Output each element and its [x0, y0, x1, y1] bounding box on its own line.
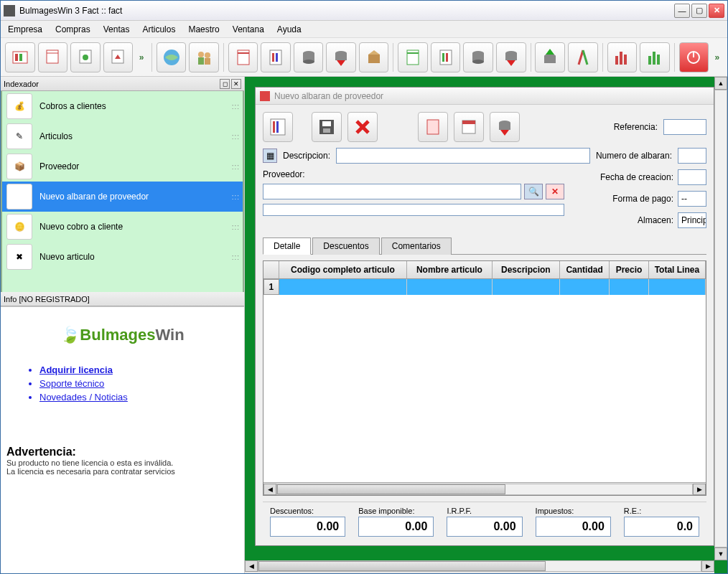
menu-empresa[interactable]: Empresa — [8, 24, 42, 34]
grid-header-total[interactable]: Total Linea — [649, 261, 706, 279]
save-button[interactable] — [312, 112, 342, 142]
dock-close-button[interactable]: ✕ — [231, 79, 241, 89]
menu-articulos[interactable]: Articulos — [142, 24, 175, 34]
grid-header-nombre[interactable]: Nombre articulo — [407, 261, 493, 279]
grid-rownum-1[interactable]: 1 — [263, 279, 279, 295]
indexer-item-nuevo-articulo[interactable]: ✖Nuevo articulo::: — [2, 242, 243, 272]
toolbar-overflow-1[interactable]: » — [136, 52, 147, 62]
svg-point-34 — [472, 60, 484, 64]
hscroll-thumb[interactable] — [258, 561, 546, 571]
lines-grid[interactable]: Codigo completo articulo Nombre articulo… — [263, 260, 706, 496]
mdi-area-hscroll[interactable]: ◀ ▶ — [245, 560, 714, 573]
totals-row: Descuentos:0.00 Base imponible:0.00 I.R.… — [263, 502, 706, 541]
tab-descuentos[interactable]: Descuentos — [312, 237, 379, 255]
indexer-list: 💰Cobros a clientes::: ✎Articulos::: 📦Pro… — [1, 91, 244, 292]
dock-float-button[interactable]: ◻ — [220, 79, 230, 89]
indexer-item-articulos[interactable]: ✎Articulos::: — [2, 121, 243, 151]
tab-comentarios[interactable]: Comentarios — [381, 237, 452, 255]
link-licencia[interactable]: Adquirir licencia — [39, 364, 238, 375]
total-label-descuentos: Descuentos: — [270, 507, 345, 515]
grid-header-precio[interactable]: Precio — [610, 261, 649, 279]
mdi-toolbar-cal-button[interactable] — [454, 112, 484, 142]
grid-header-rownum[interactable] — [263, 261, 279, 279]
toolbar-db-icon[interactable] — [294, 42, 324, 72]
delete-button[interactable] — [347, 112, 378, 142]
scroll-right-button[interactable]: ▶ — [693, 484, 706, 495]
label-numero-albaran: Numero de albaran: — [596, 151, 672, 161]
vscroll-up-button[interactable]: ▲ — [714, 77, 727, 90]
toolbar-box-icon[interactable] — [359, 42, 389, 72]
toolbar-db-down2-icon[interactable] — [496, 42, 526, 72]
maximize-button[interactable]: ▢ — [691, 4, 707, 18]
toolbar-overflow-2[interactable]: » — [711, 52, 723, 62]
indexer-item-nuevo-albaran[interactable]: ▥Nuevo albaran de proveedor::: — [2, 182, 243, 212]
menubar: Empresa Compras Ventas Articulos Maestro… — [1, 21, 727, 38]
mdi-area-vscroll[interactable]: ▲ ▼ — [714, 77, 727, 560]
scroll-track[interactable] — [276, 484, 693, 495]
toolbar-db2-icon[interactable] — [463, 42, 493, 72]
menu-ventas[interactable]: Ventas — [103, 24, 130, 34]
hscroll-right-button[interactable]: ▶ — [701, 560, 714, 572]
total-label-impuestos: Impuestos: — [536, 507, 611, 515]
numero-albaran-input[interactable] — [678, 148, 706, 164]
proveedor-clear-button[interactable]: ✕ — [546, 184, 564, 199]
mdi-titlebar[interactable]: Nuevo albaran de proveedor — [256, 88, 714, 105]
scroll-thumb[interactable] — [277, 484, 505, 494]
titlebar: BulmagesWin 3 Fact :: fact — ▢ ✕ — [1, 1, 727, 21]
almacen-select[interactable]: Princip — [678, 212, 706, 228]
menu-maestro[interactable]: Maestro — [188, 24, 219, 34]
grid-header-codigo[interactable]: Codigo completo articulo — [279, 261, 407, 279]
toolbar-power-icon[interactable] — [679, 42, 709, 72]
toolbar-pencils-icon[interactable] — [568, 42, 598, 72]
toolbar-db-up-icon[interactable] — [535, 42, 565, 72]
vscroll-track[interactable] — [714, 90, 727, 547]
svg-rect-46 — [648, 56, 651, 65]
toolbar-doc-green-icon[interactable] — [398, 42, 428, 72]
toolbar-users-icon[interactable] — [189, 42, 219, 72]
grid-header-cantidad[interactable]: Cantidad — [560, 261, 610, 279]
svg-rect-31 — [446, 53, 448, 62]
toolbar-globe-icon[interactable] — [157, 42, 187, 72]
proveedor-search-button[interactable]: 🔍 — [524, 184, 543, 199]
descripcion-icon[interactable]: ▦ — [263, 149, 277, 163]
mdi-toolbar-notes-button[interactable] — [263, 112, 293, 142]
hscroll-left-button[interactable]: ◀ — [245, 560, 258, 572]
toolbar-btn-4[interactable] — [103, 42, 134, 72]
toolbar-chart-red-icon[interactable] — [607, 42, 638, 72]
menu-ayuda[interactable]: Ayuda — [277, 24, 302, 34]
indexer-item-proveedor[interactable]: 📦Proveedor::: — [2, 151, 243, 182]
grid-header-descripcion[interactable]: Descripcion — [493, 261, 560, 279]
proveedor-extra-input[interactable] — [263, 204, 564, 216]
toolbar-btn-1[interactable] — [5, 42, 35, 72]
grid-hscroll[interactable]: ◀ ▶ — [263, 482, 706, 495]
toolbar-btn-3[interactable] — [70, 42, 101, 72]
mdi-toolbar-doc-button[interactable] — [418, 112, 448, 142]
proveedor-input[interactable] — [263, 184, 521, 199]
menu-ventana[interactable]: Ventana — [233, 24, 264, 34]
hscroll-track[interactable] — [258, 560, 701, 572]
tab-detalle[interactable]: Detalle — [263, 237, 311, 255]
toolbar-doc-bars2-icon[interactable] — [431, 42, 461, 72]
vscroll-down-button[interactable]: ▼ — [714, 547, 727, 560]
link-novedades[interactable]: Novedades / Noticias — [39, 392, 238, 403]
forma-pago-select[interactable]: -- — [678, 191, 706, 207]
indexer-item-nuevo-cobro[interactable]: 🪙Nuevo cobro a cliente::: — [2, 212, 243, 242]
scroll-left-button[interactable]: ◀ — [263, 484, 276, 495]
svg-point-21 — [303, 60, 314, 64]
svg-marker-24 — [337, 60, 345, 66]
grid-row-1[interactable]: 1 — [263, 279, 706, 295]
link-soporte[interactable]: Soporte técnico — [39, 378, 238, 389]
indexer-item-cobros[interactable]: 💰Cobros a clientes::: — [2, 91, 243, 121]
close-button[interactable]: ✕ — [709, 4, 724, 18]
mdi-toolbar-db-down-button[interactable] — [490, 112, 520, 142]
fecha-input[interactable] — [678, 169, 706, 185]
toolbar-btn-2[interactable] — [38, 42, 68, 72]
referencia-input[interactable] — [663, 119, 706, 135]
menu-compras[interactable]: Compras — [55, 24, 90, 34]
toolbar-db-down-icon[interactable] — [326, 42, 356, 72]
toolbar-chart-green-icon[interactable] — [640, 42, 670, 72]
minimize-button[interactable]: — — [674, 4, 690, 18]
toolbar-doc-red-icon[interactable] — [228, 42, 258, 72]
toolbar-doc-bars-icon[interactable] — [261, 42, 291, 72]
descripcion-input[interactable] — [336, 148, 590, 164]
